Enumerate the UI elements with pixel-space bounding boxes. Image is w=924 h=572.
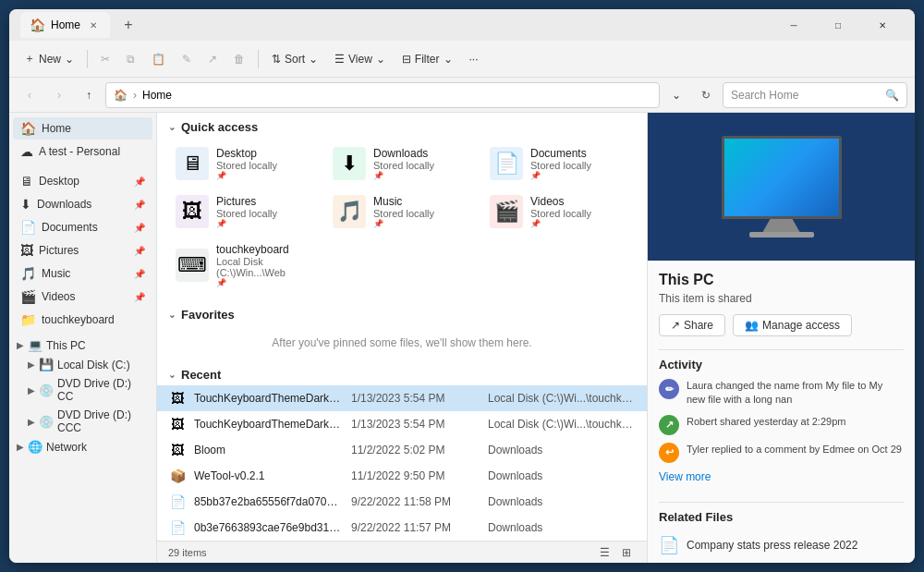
quick-access-item[interactable]: ⬇ Downloads Stored locally 📌 (325, 141, 479, 186)
filter-button[interactable]: ⊟ Filter ⌄ (395, 45, 460, 73)
recent-item-location: Downloads (488, 521, 636, 534)
sidebar-item-pictures[interactable]: 🖼 Pictures 📌 (13, 239, 152, 262)
address-dropdown-button[interactable]: ⌄ (663, 82, 689, 108)
filter-label: Filter (415, 53, 440, 66)
sidebar-dvd-d2-label: DVD Drive (D:) CCC (57, 408, 149, 434)
more-button[interactable]: ··· (462, 45, 486, 73)
quick-access-item[interactable]: 🖥 Desktop Stored locally 📌 (168, 141, 322, 186)
related-file-item[interactable]: 📄 Company stats press release 2022 (659, 531, 904, 559)
qa-item-info: Downloads Stored locally 📌 (373, 147, 434, 180)
recent-header[interactable]: ⌄ Recent (157, 360, 647, 385)
new-button[interactable]: ＋ New ⌄ (17, 45, 81, 73)
recent-item-icon: 📄 (168, 518, 187, 537)
qa-item-sub: Local Disk (C:\)Win...\Web (216, 256, 314, 278)
tab-close-button[interactable]: ✕ (86, 18, 101, 32)
share-button[interactable]: ↗ (201, 45, 225, 73)
sidebar-home-label: Home (42, 122, 71, 135)
sidebar-videos-label: Videos (42, 290, 75, 303)
rename-button[interactable]: ✎ (175, 45, 199, 73)
recent-item-location: Local Disk (C:\)Wi...\touchkeyboard (488, 418, 636, 431)
recent-item[interactable]: 🖼 TouchKeyboardThemeDark002 1/13/2023 5:… (157, 385, 647, 411)
qa-item-sub: Stored locally (373, 160, 434, 171)
recent-chevron-icon: ⌄ (168, 370, 176, 380)
quick-access-item[interactable]: 🖼 Pictures Stored locally 📌 (168, 189, 322, 234)
sidebar-item-this-pc[interactable]: ▶ 💻 This PC (9, 335, 156, 355)
recent-list: 🖼 TouchKeyboardThemeDark002 1/13/2023 5:… (157, 385, 647, 541)
delete-button[interactable]: 🗑 (226, 45, 252, 73)
dvd-d2-chevron-icon: ▶ (28, 417, 35, 427)
maximize-button[interactable]: □ (817, 9, 859, 41)
sidebar-documents-label: Documents (42, 221, 98, 234)
sidebar-item-touchkeyboard[interactable]: 📁 touchkeyboard (13, 309, 152, 331)
cut-icon: ✂ (101, 53, 110, 66)
manage-access-icon: 👥 (745, 319, 759, 332)
up-button[interactable]: ↑ (76, 82, 102, 108)
related-files-list: 📄 Company stats press release 2022 (659, 531, 904, 559)
sidebar-item-personal[interactable]: ☁ A test - Personal (13, 140, 152, 163)
view-button[interactable]: ☰ View ⌄ (327, 45, 393, 73)
quick-access-item[interactable]: ⌨ touchkeyboard Local Disk (C:\)Win...\W… (168, 237, 322, 293)
back-button[interactable]: ‹ (17, 82, 43, 108)
recent-item-date: 11/1/2022 9:50 PM (351, 469, 480, 482)
quick-access-item[interactable]: 📄 Documents Stored locally 📌 (482, 141, 636, 186)
sidebar-item-desktop[interactable]: 🖥 Desktop 📌 (13, 170, 152, 192)
activity-item: ✏ Laura changed the name from My file to… (659, 379, 904, 408)
activity-item: ↗ Robert shared yesterday at 2:29pm (659, 415, 904, 435)
quick-access-chevron-icon: ⌄ (168, 122, 176, 132)
recent-item[interactable]: 🖼 Bloom 11/2/2022 5:02 PM Downloads (157, 437, 647, 463)
sidebar-item-home[interactable]: 🏠 Home (13, 117, 152, 140)
qa-item-sub: Stored locally (530, 208, 591, 219)
minimize-button[interactable]: ─ (772, 9, 815, 41)
sidebar-item-local-disk-c[interactable]: ▶ 💾 Local Disk (C:) (9, 355, 156, 374)
recent-item[interactable]: 🖼 TouchKeyboardThemeDark003 1/13/2023 5:… (157, 411, 647, 437)
panel-divider-1 (659, 349, 904, 350)
sidebar-item-dvd-d2[interactable]: ▶ 💿 DVD Drive (D:) CCC (9, 406, 156, 437)
qa-item-info: Music Stored locally 📌 (373, 195, 434, 228)
qa-item-icon: 📄 (490, 147, 523, 180)
sidebar-item-dvd-d[interactable]: ▶ 💿 DVD Drive (D:) CC (9, 374, 156, 406)
paste-button[interactable]: 📋 (144, 45, 173, 73)
view-more-button[interactable]: View more (659, 470, 711, 483)
recent-item-name: Bloom (194, 444, 344, 456)
address-path: Home (142, 89, 172, 102)
address-input[interactable]: 🏠 › Home (105, 82, 660, 108)
new-label: New (39, 53, 61, 66)
recent-item-date: 1/13/2023 5:54 PM (351, 418, 480, 431)
search-box[interactable]: Search Home 🔍 (723, 82, 907, 108)
sidebar-item-music[interactable]: 🎵 Music 📌 (13, 262, 152, 285)
sidebar-item-videos[interactable]: 🎬 Videos 📌 (13, 286, 152, 308)
active-tab[interactable]: 🏠 Home ✕ (20, 12, 110, 38)
quick-access-grid: 🖥 Desktop Stored locally 📌 ⬇ Downloads S… (157, 138, 647, 300)
close-window-button[interactable]: ✕ (861, 9, 904, 41)
quick-access-item[interactable]: 🎵 Music Stored locally 📌 (325, 189, 479, 234)
qa-pin-icon: 📌 (216, 219, 277, 228)
toolbar-sep-2 (258, 50, 259, 68)
quick-access-item[interactable]: 🎬 Videos Stored locally 📌 (482, 189, 636, 234)
sidebar-item-documents[interactable]: 📄 Documents 📌 (13, 216, 152, 238)
downloads-pin-icon: 📌 (134, 200, 145, 210)
sidebar-item-downloads[interactable]: ⬇ Downloads 📌 (13, 193, 152, 215)
list-view-button[interactable]: ☰ (595, 543, 614, 562)
sidebar-this-pc-label: This PC (46, 339, 86, 352)
sort-button[interactable]: ⇅ Sort ⌄ (264, 45, 325, 73)
grid-view-button[interactable]: ⊞ (617, 543, 636, 562)
copy-icon: ⧉ (127, 53, 135, 66)
manage-access-button[interactable]: 👥 Manage access (733, 314, 852, 336)
filter-icon: ⊟ (402, 53, 411, 66)
favorites-header[interactable]: ⌄ Favorites (157, 300, 647, 325)
new-tab-button[interactable]: + (116, 12, 141, 38)
quick-access-header[interactable]: ⌄ Quick access (157, 113, 647, 138)
refresh-button[interactable]: ↻ (693, 82, 719, 108)
activity-avatar: ↗ (659, 415, 679, 435)
share-action-button[interactable]: ↗ Share (659, 314, 725, 336)
recent-item[interactable]: 📄 85bb37e2ba65556f7da07047bab330e3534c80… (157, 489, 647, 515)
copy-button[interactable]: ⧉ (119, 45, 142, 73)
forward-button[interactable]: › (46, 82, 72, 108)
cut-button[interactable]: ✂ (93, 45, 117, 73)
recent-item[interactable]: 📄 0b3e7663893cae76e9bd310aee59b70d76cc47… (157, 515, 647, 541)
recent-item[interactable]: 📦 WeTool-v0.2.1 11/1/2022 9:50 PM Downlo… (157, 463, 647, 489)
sort-label: Sort (285, 53, 305, 66)
sidebar-item-network[interactable]: ▶ 🌐 Network (9, 437, 156, 456)
quick-access-title: Quick access (181, 120, 258, 134)
status-bar: 29 items ☰ ⊞ (157, 541, 647, 563)
